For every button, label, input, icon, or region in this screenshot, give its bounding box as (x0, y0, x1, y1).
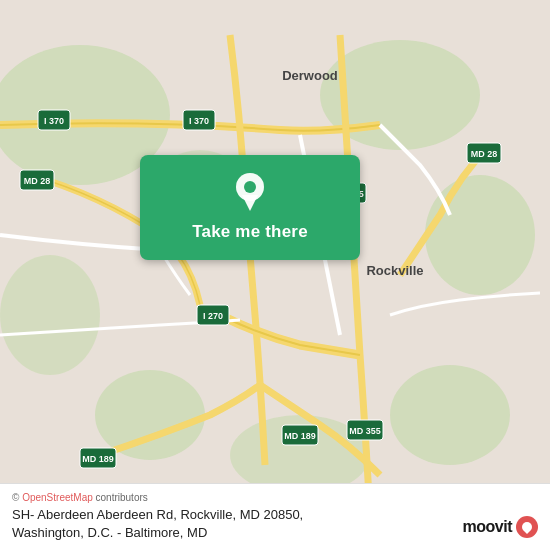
svg-text:Derwood: Derwood (282, 68, 338, 83)
attribution-prefix: © (12, 492, 22, 503)
location-info: SH- Aberdeen Aberdeen Rd, Rockville, MD … (12, 506, 538, 542)
svg-marker-33 (242, 195, 258, 211)
location-name: SH- Aberdeen Aberdeen Rd, Rockville, MD … (12, 507, 303, 522)
svg-text:Rockville: Rockville (366, 263, 423, 278)
svg-point-6 (0, 255, 100, 375)
bottom-bar: © OpenStreetMap contributors SH- Aberdee… (0, 483, 550, 550)
svg-text:I 370: I 370 (44, 116, 64, 126)
svg-text:MD 28: MD 28 (471, 149, 498, 159)
map-svg: I 370 I 370 MD 28 MD 29 MD 355 MD 28 I 2… (0, 0, 550, 550)
svg-text:MD 189: MD 189 (284, 431, 316, 441)
moovit-brand-text: moovit (463, 518, 512, 536)
svg-text:I 370: I 370 (189, 116, 209, 126)
location-region: Washington, D.C. - Baltimore, MD (12, 525, 207, 540)
attribution: © OpenStreetMap contributors (12, 492, 538, 503)
navigate-button-label: Take me there (192, 222, 308, 242)
moovit-pin-shape (520, 520, 534, 534)
attribution-suffix: contributors (93, 492, 148, 503)
svg-text:MD 28: MD 28 (24, 176, 51, 186)
svg-point-4 (390, 365, 510, 465)
pin-icon (234, 173, 266, 216)
map-container: I 370 I 370 MD 28 MD 29 MD 355 MD 28 I 2… (0, 0, 550, 550)
svg-text:MD 189: MD 189 (82, 454, 114, 464)
navigate-button[interactable]: Take me there (140, 155, 360, 260)
svg-text:MD 355: MD 355 (349, 426, 381, 436)
moovit-logo-icon (516, 516, 538, 538)
moovit-logo: moovit (463, 516, 538, 538)
svg-point-32 (244, 181, 256, 193)
svg-point-5 (95, 370, 205, 460)
svg-text:I 270: I 270 (203, 311, 223, 321)
openstreetmap-link[interactable]: OpenStreetMap (22, 492, 93, 503)
